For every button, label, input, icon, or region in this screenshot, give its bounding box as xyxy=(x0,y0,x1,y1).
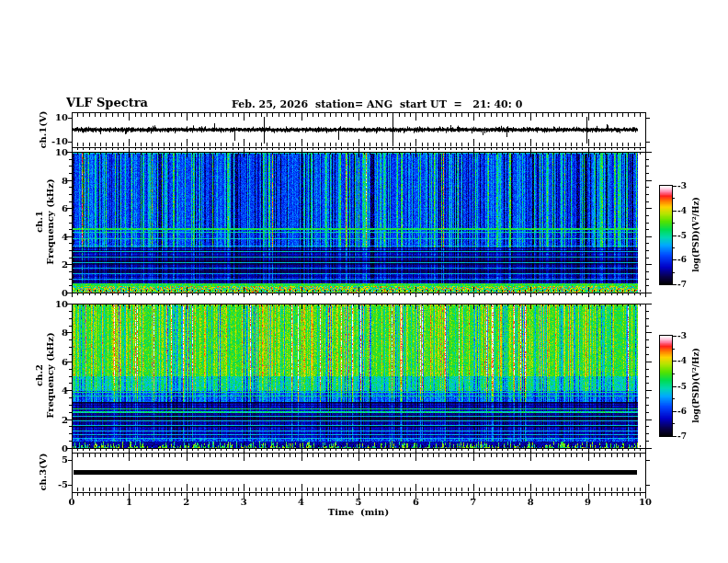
ch2spec-channel-label: ch.2 xyxy=(34,364,44,386)
freq-tick-label: 6 xyxy=(28,357,68,367)
freq-tick-label: 8 xyxy=(28,176,68,186)
colorbar-tick-label: -7 xyxy=(677,280,701,290)
freq-tick-label: 4 xyxy=(28,232,68,242)
time-tick-label: 3 xyxy=(230,497,257,507)
freq-tick-label: 6 xyxy=(28,203,68,213)
time-tick-label: 2 xyxy=(173,497,200,507)
ch1-spectrogram-panel xyxy=(72,152,645,293)
ch1v-ymin-label: -10 xyxy=(28,136,68,146)
page-title: VLF Spectra xyxy=(66,97,148,109)
freq-tick-label: 10 xyxy=(28,147,68,157)
freq-tick-label: 2 xyxy=(28,415,68,425)
time-tick-label: 9 xyxy=(574,497,602,507)
colorbar-tick-label: -4 xyxy=(677,206,701,216)
colorbar-tick-label: -4 xyxy=(677,356,701,366)
colorbar-ch1 xyxy=(659,185,673,285)
ch1v-ymax-label: 10 xyxy=(28,112,68,122)
time-tick-label: 8 xyxy=(517,497,544,507)
colorbar-tick-label: -6 xyxy=(677,255,701,265)
date-label: Feb. 25, 2026 xyxy=(232,99,308,110)
time-tick-label: 7 xyxy=(460,497,487,507)
freq-tick-label: 0 xyxy=(28,443,68,454)
ch1v-axis-label: ch.1(V) xyxy=(38,110,48,148)
ch1spec-channel-label: ch.1 xyxy=(34,211,44,233)
time-tick-label: 10 xyxy=(631,497,659,507)
time-tick-label: 4 xyxy=(288,497,315,507)
time-axis-label: Time (min) xyxy=(303,507,414,517)
ch3v-axis-label: ch.3(V) xyxy=(38,453,48,490)
freq-tick-label: 4 xyxy=(28,385,68,396)
colorbar-tick-label: -3 xyxy=(677,181,701,191)
station-label: station= ANG xyxy=(315,99,392,110)
freq-tick-label: 8 xyxy=(28,327,68,338)
freq-tick-label: 10 xyxy=(28,299,68,309)
colorbar-tick-label: -3 xyxy=(677,331,701,341)
ch1spec-freq-label: Frequency (kHz) xyxy=(45,178,55,264)
time-tick-label: 6 xyxy=(402,497,429,507)
vlf-spectra-figure: VLF Spectra Feb. 25, 2026 station= ANG s… xyxy=(0,0,728,563)
ch2spec-freq-label: Frequency (kHz) xyxy=(45,332,55,418)
freq-tick-label: 2 xyxy=(28,259,68,270)
colorbar-tick-label: -6 xyxy=(677,407,701,417)
start-ut-label: start UT = 21: 40: 0 xyxy=(400,99,522,110)
time-tick-label: 5 xyxy=(345,497,372,507)
ch2-spectrogram-panel xyxy=(72,304,645,448)
time-tick-label: 0 xyxy=(58,497,85,507)
ch1-voltage-panel xyxy=(72,112,645,147)
colorbar-ch2 xyxy=(659,335,673,437)
freq-tick-label: 0 xyxy=(28,288,68,298)
time-tick-label: 1 xyxy=(115,497,142,507)
ch3v-ymax-label: 5 xyxy=(28,454,68,465)
ch3-voltage-panel xyxy=(72,453,645,492)
colorbar-tick-label: -5 xyxy=(677,231,701,241)
ch3v-ymin-label: -5 xyxy=(28,479,68,489)
colorbar-tick-label: -7 xyxy=(677,431,701,442)
colorbar-tick-label: -5 xyxy=(677,382,701,392)
